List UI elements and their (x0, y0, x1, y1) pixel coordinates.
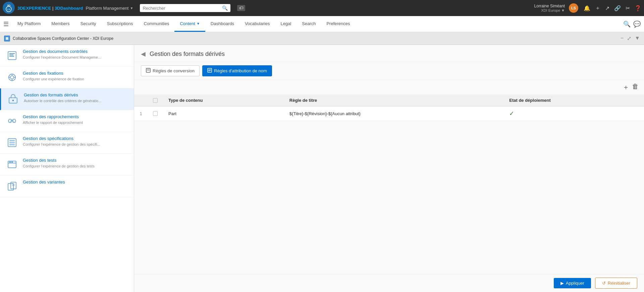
share-icon[interactable]: ↗ (605, 5, 609, 11)
sidebar-item-desc: Configurer l'expérience de gestion des s… (23, 142, 128, 147)
nav-item-my-platform[interactable]: My Platform (12, 16, 46, 32)
row-checkbox-cell (148, 106, 163, 121)
search-bar[interactable]: 🔍 (140, 4, 230, 12)
breadcrumb-icon (4, 35, 10, 42)
content-tabs: Règles de conversionRègles d'attribution… (134, 62, 644, 80)
sidebar-item-desc: Autoriser le contrôle des critères de gé… (24, 98, 128, 103)
sidebar-item-icon (5, 179, 19, 193)
apply-button[interactable]: ▶ Appliquer (554, 278, 591, 288)
sidebar-item-icon (5, 114, 19, 128)
sidebar: Gestion des documents contrôlés Configur… (0, 45, 134, 292)
sidebar-item-title: Gestion des spécifications (23, 136, 128, 141)
nav-item-dashboards[interactable]: Dashboards (205, 16, 239, 32)
search-input[interactable] (143, 6, 220, 11)
collaborate-icon[interactable]: 🔗 (614, 5, 621, 11)
top-bar: 3D V.R 3DEXPERIENCE | 3DDashboard Platfo… (0, 0, 644, 16)
tab-label: Règles d'attribution de nom (214, 68, 267, 73)
hamburger-icon[interactable]: ☰ (3, 20, 9, 28)
tab-label: Règles de conversion (153, 68, 195, 73)
delete-row-icon[interactable]: 🗑 (632, 83, 639, 92)
row-number-header (134, 94, 148, 106)
sidebar-item-title: Gestion des formats dérivés (24, 92, 128, 97)
apply-icon: ▶ (560, 281, 564, 286)
sidebar-item-icon (6, 92, 20, 106)
deploy-status-cell: ✓ (504, 106, 644, 121)
svg-rect-21 (9, 142, 15, 143)
notification-bell-icon[interactable]: 🔔 (584, 5, 590, 11)
table-area: ＋ 🗑 Type de contenuRègle de titreEtat de… (134, 80, 644, 274)
back-arrow-icon[interactable]: ◀ (141, 50, 146, 58)
sidebar-item-icon (5, 71, 19, 84)
logo-container: 3D V.R (3, 2, 15, 15)
nav-item-content[interactable]: Content ▼ (174, 16, 205, 32)
platform-management-dropdown[interactable]: Platform Management ▼ (86, 6, 133, 11)
svg-rect-5 (8, 52, 16, 60)
sidebar-item-text: Gestion des formats dérivés Autoriser le… (24, 92, 128, 103)
content-title: Gestion des formats dérivés (150, 51, 225, 58)
column-header-1: Type de contenu (163, 94, 284, 106)
nav-item-label: My Platform (17, 21, 41, 26)
sidebar-item-desc: Configurer l'expérience de gestion des t… (23, 164, 128, 169)
content-table: Type de contenuRègle de titreEtat de dép… (134, 94, 644, 121)
nav-item-members[interactable]: Members (46, 16, 75, 32)
nav-item-label: Search (302, 21, 316, 26)
chevron-down-icon: ▼ (561, 8, 565, 12)
add-icon[interactable]: ＋ (595, 5, 600, 12)
sidebar-item-text: Gestion des variantes (23, 179, 128, 186)
sidebar-item-gestion-fixations[interactable]: Gestion des fixations Configurer une exp… (0, 67, 134, 88)
help-icon[interactable]: ❓ (635, 5, 641, 11)
nav-item-label: Dashboards (211, 21, 234, 26)
sidebar-item-gestion-tests[interactable]: Gestion des tests Configurer l'expérienc… (0, 154, 134, 175)
nav-item-security[interactable]: Security (75, 16, 102, 32)
nav-item-search[interactable]: Search (297, 16, 321, 32)
sidebar-item-gestion-variantes[interactable]: Gestion des variantes (0, 175, 134, 197)
nav-bar: ☰ My PlatformMembersSecuritySubscription… (0, 16, 644, 32)
column-header-2: Règle de titre (284, 94, 504, 106)
avatar[interactable]: LS (569, 3, 578, 13)
svg-rect-8 (9, 56, 14, 57)
svg-point-26 (11, 161, 13, 163)
chevron-down-icon: ▼ (130, 6, 133, 10)
select-all-checkbox[interactable] (153, 98, 158, 103)
collapse-icon[interactable]: ▼ (635, 35, 640, 42)
row-checkbox[interactable] (153, 111, 158, 116)
nav-item-communities[interactable]: Communities (139, 16, 175, 32)
reset-button[interactable]: ↺ Réinitialiser (595, 278, 637, 289)
tab-conversion[interactable]: Règles de conversion (141, 65, 200, 76)
main-layout: Gestion des documents contrôlés Configur… (0, 45, 644, 292)
settings-icon[interactable]: ✂ (626, 5, 630, 11)
nav-item-vocabularies[interactable]: Vocabularies (239, 16, 275, 32)
add-row-icon[interactable]: ＋ (623, 83, 629, 92)
svg-text:V.R: V.R (7, 8, 10, 10)
content-type-cell: Part (163, 106, 284, 121)
expand-icon[interactable]: ⤢ (627, 35, 631, 42)
sidebar-item-gestion-docs[interactable]: Gestion des documents contrôlés Configur… (0, 45, 134, 67)
svg-rect-16 (12, 100, 14, 101)
nav-items: My PlatformMembersSecuritySubscriptionsC… (12, 16, 623, 32)
nav-item-label: Members (51, 21, 69, 26)
sidebar-item-gestion-specifications[interactable]: Gestion des spécifications Configurer l'… (0, 132, 134, 154)
tab-attribution[interactable]: Règles d'attribution de nom (202, 65, 272, 76)
nav-item-preferences[interactable]: Preferences (321, 16, 355, 32)
search-icon[interactable]: 🔍 (222, 5, 228, 11)
bottom-bar: ▶ Appliquer ↺ Réinitialiser (134, 274, 644, 292)
search-icon[interactable]: 🔍 (623, 20, 631, 28)
brand-text: 3DEXPERIENCE | 3DDashboard (17, 6, 83, 11)
nav-item-label: Security (80, 21, 96, 26)
sidebar-item-icon (5, 158, 19, 171)
svg-rect-22 (9, 144, 15, 145)
nav-item-subscriptions[interactable]: Subscriptions (102, 16, 139, 32)
nav-item-label: Content (180, 21, 195, 26)
sidebar-item-text: Gestion des spécifications Configurer l'… (23, 136, 128, 147)
brand: 3DEXPERIENCE | 3DDashboard (17, 6, 83, 11)
sidebar-item-title: Gestion des variantes (23, 179, 128, 185)
sidebar-item-gestion-rapprochements[interactable]: Gestion des rapprochements Afficher le r… (0, 110, 134, 132)
chat-icon[interactable]: 💬 (633, 20, 641, 28)
sidebar-item-gestion-formats[interactable]: Gestion des formats dérivés Autoriser le… (0, 88, 134, 110)
minimize-icon[interactable]: − (621, 35, 624, 42)
tag-icon[interactable]: 🏷 (237, 5, 245, 11)
chevron-down-icon: ▼ (197, 22, 200, 25)
svg-point-10 (10, 76, 14, 79)
nav-item-legal[interactable]: Legal (275, 16, 297, 32)
sidebar-item-text: Gestion des rapprochements Afficher le r… (23, 114, 128, 125)
